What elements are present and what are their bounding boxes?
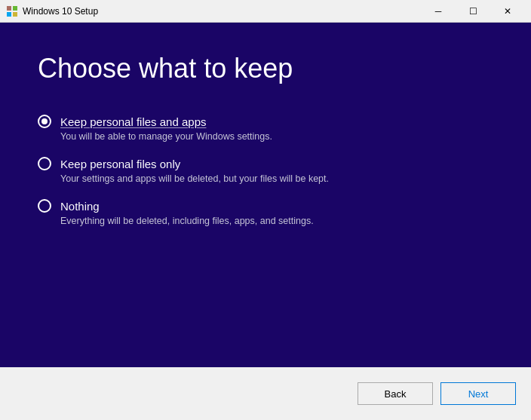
option-keep-files-only: Keep personal files only Your settings a…	[38, 157, 493, 184]
radio-keep-files-apps[interactable]	[38, 115, 51, 128]
svg-rect-6	[7, 12, 11, 17]
option-keep-files-apps-label: Keep personal files and apps	[60, 115, 206, 128]
title-bar-text: Windows 10 Setup	[23, 6, 421, 17]
title-bar-controls: ─ ☐ ✕	[421, 0, 525, 23]
next-button[interactable]: Next	[440, 382, 516, 405]
option-nothing-label: Nothing	[60, 200, 100, 213]
app-icon	[6, 5, 18, 17]
radio-keep-files-only[interactable]	[38, 157, 51, 170]
option-keep-files-only-row[interactable]: Keep personal files only	[38, 157, 493, 170]
options-list: Keep personal files and apps You will be…	[38, 115, 493, 226]
option-nothing-desc: Everything will be deleted, including fi…	[38, 216, 493, 226]
option-keep-files-only-desc: Your settings and apps will be deleted, …	[38, 173, 493, 184]
option-keep-files-only-label: Keep personal files only	[60, 158, 180, 170]
restore-button[interactable]: ☐	[456, 0, 490, 23]
svg-rect-7	[13, 12, 17, 17]
radio-inner-keep-files-apps	[41, 118, 48, 124]
bottom-bar: Back Next	[0, 367, 531, 420]
back-button[interactable]: Back	[358, 382, 433, 405]
option-keep-files-apps: Keep personal files and apps You will be…	[38, 115, 493, 142]
radio-nothing[interactable]	[38, 199, 51, 213]
option-nothing: Nothing Everything will be deleted, incl…	[38, 199, 493, 226]
option-keep-files-apps-desc: You will be able to manage your Windows …	[38, 131, 493, 142]
svg-rect-5	[13, 6, 17, 11]
svg-rect-4	[7, 6, 11, 11]
minimize-button[interactable]: ─	[421, 0, 456, 23]
title-bar: Windows 10 Setup ─ ☐ ✕	[0, 0, 531, 23]
close-button[interactable]: ✕	[490, 0, 525, 23]
option-keep-files-apps-row[interactable]: Keep personal files and apps	[38, 115, 493, 128]
main-window: Choose what to keep Keep personal files …	[0, 23, 531, 420]
page-title: Choose what to keep	[38, 53, 493, 84]
option-nothing-row[interactable]: Nothing	[38, 199, 493, 213]
